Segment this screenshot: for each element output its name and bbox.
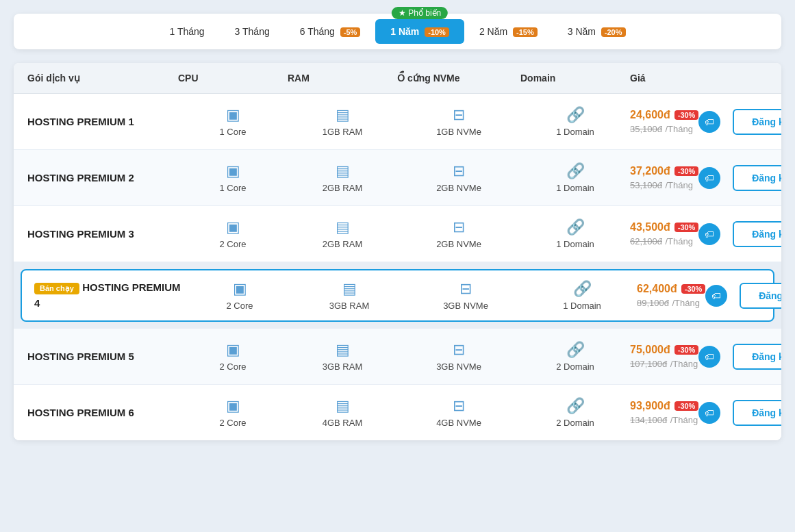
register-btn-premium1[interactable]: Đăng ký [733,109,781,135]
action-cell-premium2: Đăng ký [733,165,781,191]
domain-value-premium1: 1 Domain [556,127,594,137]
domain-value-premium2: 1 Domain [556,183,594,193]
price-original-premium2: 53,100đ [630,180,662,190]
discount-badge-2nam: -15% [513,27,538,37]
ram-value-premium6: 4GB RAM [323,418,363,428]
storage-icon: ⊟ [453,341,465,359]
cpu-icon: ▣ [226,218,240,236]
price-cell-premium6: 93,900đ -30% 134,100đ /Tháng [630,400,698,426]
cpu-cell-premium4: ▣ 2 Core [185,280,294,311]
tag-icon-premium5[interactable]: 🏷 [698,346,720,368]
ram-icon: ▤ [336,397,350,415]
cpu-value-premium4: 2 Core [226,301,253,311]
ram-value-premium2: 2GB RAM [323,183,363,193]
storage-icon: ⊟ [453,106,465,124]
domain-cell-premium3: 🔗 1 Domain [520,218,630,249]
domain-icon: 🔗 [566,341,585,359]
price-cell-premium2: 37,200đ -30% 53,100đ /Tháng [630,165,698,191]
price-value-premium4: 62,400đ [637,283,677,295]
storage-value-premium5: 3GB NVMe [436,362,481,372]
price-period-premium1: /Tháng [665,124,692,134]
ram-value-premium4: 3GB RAM [329,301,370,311]
period-2nam[interactable]: 2 Năm -15% [464,19,553,44]
discount-badge-premium5: -30% [674,345,699,355]
tag-cell-premium1: 🏷 [698,111,733,133]
discount-badge-premium1: -30% [674,110,699,120]
cpu-cell-premium6: ▣ 2 Core [178,397,288,428]
register-btn-premium3[interactable]: Đăng ký [733,221,781,247]
storage-value-premium1: 1GB NVMe [436,127,481,137]
period-3nam[interactable]: 3 Năm -20% [553,19,641,44]
ram-icon: ▤ [336,341,350,359]
storage-icon: ⊟ [459,280,472,298]
discount-badge-premium4: -30% [681,284,706,294]
price-cell-premium3: 43,500đ -30% 62,100đ /Tháng [630,221,698,247]
storage-icon: ⊟ [453,162,465,180]
tag-cell-premium6: 🏷 [698,402,733,424]
col-header-domain: Domain [520,73,630,84]
storage-value-premium2: 2GB NVMe [436,183,481,193]
price-period-premium4: /Tháng [672,298,699,308]
tag-icon-premium3[interactable]: 🏷 [698,223,720,245]
tag-icon-premium4[interactable]: 🏷 [705,285,727,307]
price-original-premium4: 89,100đ [637,298,669,308]
period-1nam[interactable]: 1 Năm -10% [375,19,464,44]
col-header-storage: Ổ cứng NVMe [397,73,520,84]
ram-value-premium3: 2GB RAM [323,239,363,249]
price-value-premium2: 37,200đ [630,165,670,177]
domain-value-premium4: 1 Domain [563,301,601,311]
cpu-icon: ▣ [226,341,240,359]
price-original-premium5: 107,100đ [630,359,667,369]
ram-cell-premium4: ▤ 3GB RAM [294,280,404,311]
table-row: HOSTING PREMIUM 3 ▣ 2 Core ▤ 2GB RAM ⊟ 2… [14,206,781,262]
table-row: HOSTING PREMIUM 1 ▣ 1 Core ▤ 1GB RAM ⊟ 1… [14,94,781,150]
col-header-price: Giá [630,73,646,84]
main-container: 1 Tháng 3 Tháng 6 Tháng -5% Phổ biến 1 N… [14,14,781,440]
ram-cell-premium1: ▤ 1GB RAM [288,106,397,137]
storage-value-premium4: 3GB NVMe [443,301,488,311]
tag-icon-premium1[interactable]: 🏷 [698,111,720,133]
price-cell-premium5: 75,000đ -30% 107,100đ /Tháng [630,344,698,370]
discount-badge-premium6: -30% [674,401,699,411]
register-btn-premium5[interactable]: Đăng ký [733,344,781,370]
ram-cell-premium5: ▤ 3GB RAM [288,341,397,372]
ram-cell-premium6: ▤ 4GB RAM [288,397,397,428]
storage-icon: ⊟ [453,397,465,415]
domain-cell-premium6: 🔗 2 Domain [520,397,630,428]
cpu-cell-premium5: ▣ 2 Core [178,341,288,372]
register-btn-premium2[interactable]: Đăng ký [733,165,781,191]
register-btn-premium6[interactable]: Đăng ký [733,400,781,426]
plan-name-premium4: Bán chạy HOSTING PREMIUM 4 [34,281,185,309]
tag-icon-premium6[interactable]: 🏷 [698,402,720,424]
col-header-action [680,73,769,84]
storage-cell-premium2: ⊟ 2GB NVMe [397,162,520,193]
domain-value-premium5: 2 Domain [556,362,594,372]
ram-icon: ▤ [336,162,350,180]
price-original-premium3: 62,100đ [630,236,662,246]
action-cell-premium3: Đăng ký [733,221,781,247]
table-rows: HOSTING PREMIUM 1 ▣ 1 Core ▤ 1GB RAM ⊟ 1… [14,94,781,440]
period-3thang[interactable]: 3 Tháng [220,19,285,44]
storage-cell-premium1: ⊟ 1GB NVMe [397,106,520,137]
register-btn-premium4[interactable]: Đăng ký [740,283,781,309]
domain-cell-premium5: 🔗 2 Domain [520,341,630,372]
cpu-cell-premium2: ▣ 1 Core [178,162,288,193]
price-original-premium1: 35,100đ [630,124,662,134]
domain-value-premium6: 2 Domain [556,418,594,428]
action-cell-premium1: Đăng ký [733,109,781,135]
storage-cell-premium4: ⊟ 3GB NVMe [404,280,527,311]
tag-icon-premium2[interactable]: 🏷 [698,167,720,189]
price-period-premium3: /Tháng [665,236,692,246]
storage-value-premium6: 4GB NVMe [436,418,481,428]
price-value-premium1: 24,600đ [630,109,670,121]
price-cell-premium1: 24,600đ -30% 35,100đ /Tháng [630,109,698,135]
domain-icon: 🔗 [573,280,592,298]
domain-cell-premium4: 🔗 1 Domain [527,280,637,311]
domain-cell-premium1: 🔗 1 Domain [520,106,630,137]
period-6thang[interactable]: 6 Tháng -5% [285,19,376,44]
cpu-value-premium6: 2 Core [219,418,246,428]
ram-value-premium1: 1GB RAM [323,127,363,137]
period-1thang[interactable]: 1 Tháng [154,19,219,44]
ban-chay-badge: Bán chạy [34,283,79,294]
plan-name-premium5: HOSTING PREMIUM 5 [27,351,178,363]
